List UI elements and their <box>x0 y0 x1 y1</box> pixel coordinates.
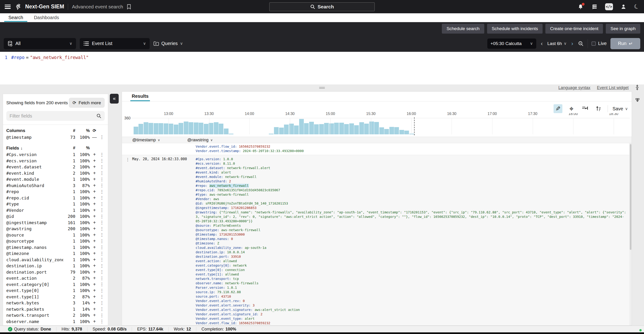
add-field-button[interactable]: + <box>90 232 99 238</box>
field-menu-button[interactable]: ⋮ <box>99 208 105 213</box>
add-field-button[interactable]: + <box>90 158 99 164</box>
add-field-button[interactable]: + <box>90 306 99 312</box>
queries-menu-button[interactable]: Queries ∨ <box>154 41 183 46</box>
flashlight-icon[interactable] <box>635 98 640 104</box>
field-menu-button[interactable]: ⋮ <box>99 164 105 170</box>
field-menu-button[interactable]: ⋮ <box>99 177 105 182</box>
histogram-bar[interactable] <box>410 134 414 134</box>
remove-column-dash[interactable]: — <box>90 134 99 140</box>
field-menu-button[interactable]: ⋮ <box>99 152 105 157</box>
add-field-button[interactable]: + <box>90 270 99 275</box>
histogram-bar[interactable] <box>319 124 324 134</box>
field-menu-button[interactable]: ⋮ <box>99 238 105 244</box>
field-menu-button[interactable]: ⋮ <box>99 214 105 219</box>
results-scrollbar[interactable] <box>629 143 632 325</box>
histogram-bar[interactable] <box>294 126 299 134</box>
add-field-button[interactable]: + <box>90 214 99 219</box>
histogram-bar[interactable] <box>284 124 289 134</box>
histogram-bar[interactable] <box>158 123 163 134</box>
add-field-button[interactable]: + <box>90 208 99 213</box>
field-menu-button[interactable]: ⋮ <box>99 189 105 194</box>
run-button[interactable]: Run ↵ <box>610 38 640 49</box>
action-button[interactable]: See in graph <box>606 24 640 34</box>
field-menu-button[interactable]: ⋮ <box>99 195 105 200</box>
language-syntax-link[interactable]: Language syntax <box>558 85 590 90</box>
field-menu-button[interactable]: ⋮ <box>99 270 105 274</box>
row-menu-kebab-icon[interactable]: ⋮ <box>126 158 130 162</box>
add-field-button[interactable]: + <box>90 176 99 182</box>
results-tab[interactable]: Results <box>130 92 150 101</box>
live-toggle[interactable]: Live <box>592 41 607 46</box>
histogram-bar[interactable] <box>394 127 399 134</box>
histogram-bar[interactable] <box>379 127 384 134</box>
time-range-selector[interactable]: Last 6h ∨ <box>548 41 567 46</box>
histogram-bar[interactable] <box>209 123 213 134</box>
time-back-chevron[interactable]: ‹ <box>540 40 544 47</box>
sort-desc-icon[interactable]: ↓ <box>20 146 22 150</box>
field-menu-button[interactable]: ⋮ <box>99 232 105 238</box>
add-field-button[interactable]: + <box>90 170 99 176</box>
histogram-bar[interactable] <box>138 124 143 134</box>
histogram-bar[interactable] <box>304 123 309 134</box>
field-menu-button[interactable]: ⋮ <box>99 294 105 299</box>
event-list-widget-link[interactable]: Event List widget <box>597 85 628 90</box>
add-field-button[interactable]: + <box>90 220 99 225</box>
field-menu-button[interactable]: ⋮ <box>99 282 105 287</box>
add-field-button[interactable]: + <box>90 251 99 256</box>
histogram-bar[interactable] <box>339 123 344 134</box>
crosshair-button[interactable]: ⌖ <box>567 104 576 113</box>
histogram-bar[interactable] <box>144 122 148 134</box>
add-field-button[interactable]: + <box>90 201 99 207</box>
add-field-button[interactable]: + <box>90 282 99 287</box>
add-field-button[interactable]: + <box>90 183 99 188</box>
histogram-bar[interactable] <box>219 124 223 134</box>
add-field-button[interactable]: + <box>90 312 99 318</box>
dark-mode-moon-icon[interactable]: ☾ <box>633 2 640 11</box>
histogram-bar[interactable] <box>178 123 183 134</box>
histogram-bar[interactable] <box>404 130 409 134</box>
add-field-button[interactable]: + <box>90 263 99 268</box>
histogram-bar[interactable] <box>164 124 168 134</box>
histogram-bar[interactable] <box>184 122 188 134</box>
histogram-bar[interactable] <box>148 123 153 134</box>
global-search-button[interactable]: Search <box>269 2 375 11</box>
add-field-button[interactable]: + <box>90 238 99 244</box>
add-field-button[interactable]: + <box>90 152 99 157</box>
time-forward-chevron[interactable]: › <box>570 40 574 47</box>
action-button[interactable]: Schedule search <box>442 24 484 34</box>
histogram-bar[interactable] <box>400 130 404 134</box>
sort-order-button[interactable] <box>594 104 603 113</box>
histogram-bar[interactable] <box>390 127 394 134</box>
field-menu-button[interactable]: ⋮ <box>99 202 105 207</box>
field-menu-button[interactable]: ⋮ <box>99 220 105 225</box>
histogram-bar[interactable] <box>154 123 158 134</box>
histogram-bar[interactable] <box>214 122 218 134</box>
event-row[interactable]: ⋮ May. 20, 2024 16:02:33.000 #Cps.versio… <box>122 155 629 325</box>
filter-fields-input[interactable] <box>10 113 96 119</box>
histogram-bar[interactable] <box>374 122 379 134</box>
fetch-more-button[interactable]: ⟳ Fetch more <box>69 98 105 108</box>
field-menu-button[interactable]: ⋮ <box>99 263 105 268</box>
bookmark-icon[interactable] <box>127 4 131 10</box>
query-editor[interactable]: 1 #repo="aws_network_firewall" <box>0 52 644 84</box>
add-field-button[interactable]: + <box>90 226 99 231</box>
add-field-button[interactable]: + <box>90 195 99 200</box>
hamburger-menu-icon[interactable] <box>5 5 11 9</box>
histogram-bar[interactable] <box>309 122 314 134</box>
histogram-bar[interactable] <box>134 127 138 134</box>
histogram-bar[interactable] <box>384 129 389 134</box>
chat-messages-icon[interactable] <box>591 3 598 10</box>
histogram-bar[interactable] <box>199 123 203 134</box>
histogram-bar[interactable] <box>189 122 193 134</box>
add-field-button[interactable]: + <box>90 276 99 281</box>
field-menu-button[interactable]: ⋮ <box>99 170 105 176</box>
histogram-bar[interactable] <box>168 124 173 134</box>
histogram-bar[interactable] <box>204 124 208 134</box>
timestamp-column-header[interactable]: @timestamp ∨ <box>122 138 185 142</box>
histogram-bar[interactable] <box>269 134 274 134</box>
sync-columns-icon[interactable]: ⟳ <box>90 128 99 133</box>
histogram-bar[interactable] <box>174 124 178 134</box>
field-menu-button[interactable]: ⋮ <box>99 226 105 231</box>
histogram-bar[interactable] <box>324 123 329 134</box>
histogram-bar[interactable] <box>229 134 234 134</box>
